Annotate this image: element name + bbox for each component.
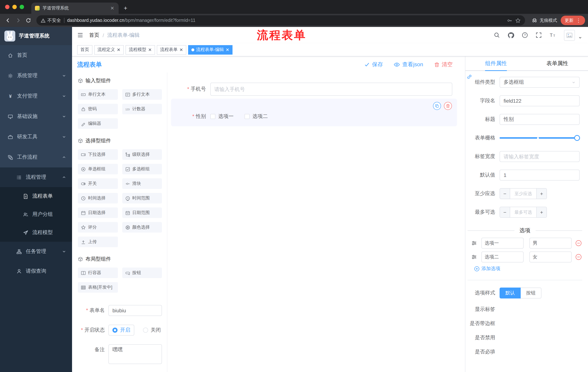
- browser-update-button[interactable]: 更新 ⋮: [561, 16, 585, 25]
- sidebar-item-system[interactable]: 系统管理: [0, 65, 72, 86]
- tag-process-form-edit[interactable]: 流程表单-编辑✕: [188, 45, 232, 54]
- avatar-caret-icon[interactable]: [578, 36, 582, 40]
- max-select-value[interactable]: 最多可选: [510, 207, 536, 217]
- option-1-label-input[interactable]: [481, 238, 524, 249]
- tag-close-icon[interactable]: ✕: [179, 47, 183, 52]
- browser-menu-icon[interactable]: ⋮: [576, 18, 581, 23]
- palette-item-time-picker[interactable]: 时间选择: [78, 193, 118, 203]
- tag-close-icon[interactable]: ✕: [148, 47, 152, 52]
- back-button[interactable]: [3, 15, 13, 25]
- gender-option-1-checkbox[interactable]: 选项一: [210, 113, 234, 120]
- status-on-radio[interactable]: 开启: [108, 325, 134, 336]
- new-tab-button[interactable]: +: [119, 2, 132, 14]
- add-option-button[interactable]: 添加选项: [474, 265, 582, 272]
- font-size-icon[interactable]: TT: [549, 32, 556, 38]
- remove-option-button[interactable]: [575, 254, 582, 260]
- browser-tab[interactable]: 芋道管理系统 ✕: [31, 2, 119, 14]
- field-gender-selected[interactable]: 性别 选项一 选项二: [171, 99, 457, 126]
- form-remark-textarea[interactable]: 嘿嘿: [108, 344, 162, 364]
- increase-button[interactable]: +: [536, 189, 546, 199]
- palette-item-date-range[interactable]: 日期范围: [122, 207, 162, 218]
- palette-item-counter[interactable]: 123 计数器: [122, 104, 162, 114]
- tag-home[interactable]: 首页: [77, 45, 92, 54]
- palette-item-row-container[interactable]: 行容器: [78, 267, 118, 278]
- clear-button[interactable]: 清空: [434, 61, 453, 68]
- title-input[interactable]: [500, 114, 580, 125]
- palette-item-multi-text[interactable]: 多行文本: [122, 89, 162, 100]
- minimize-window-button[interactable]: [12, 5, 17, 9]
- sidebar-item-dev-tools[interactable]: 研发工具: [0, 127, 72, 147]
- tag-close-icon[interactable]: ✕: [226, 47, 229, 52]
- sidebar-item-home[interactable]: 首页: [0, 45, 72, 65]
- decrease-button[interactable]: −: [500, 207, 510, 217]
- palette-item-password[interactable]: 密码: [78, 104, 118, 114]
- default-value-input[interactable]: [500, 170, 580, 181]
- palette-item-time-range[interactable]: 时间范围: [122, 193, 162, 203]
- copy-field-button[interactable]: [433, 102, 441, 110]
- tab-close-icon[interactable]: ✕: [110, 5, 115, 11]
- palette-item-select[interactable]: 下拉选择: [78, 149, 118, 160]
- option-style-default-button[interactable]: 默认: [500, 287, 521, 298]
- password-key-icon[interactable]: [507, 18, 512, 23]
- slider-handle[interactable]: [574, 135, 580, 141]
- help-icon[interactable]: ?: [522, 32, 528, 38]
- palette-item-rate[interactable]: 评分: [78, 222, 118, 233]
- palette-item-switch[interactable]: 开关: [78, 178, 118, 189]
- bookmark-star-icon[interactable]: [515, 18, 521, 23]
- sidebar-item-process-model[interactable]: 流程模型: [0, 223, 72, 242]
- option-style-button-button[interactable]: 按钮: [521, 287, 541, 298]
- fullscreen-icon[interactable]: [536, 32, 542, 38]
- sidebar-item-task-management[interactable]: 任务管理: [0, 242, 72, 261]
- delete-field-button[interactable]: [444, 102, 452, 110]
- tag-close-icon[interactable]: ✕: [117, 47, 120, 52]
- tab-component-props[interactable]: 组件属性: [465, 56, 527, 70]
- option-2-value-input[interactable]: [529, 252, 572, 262]
- breadcrumb-home[interactable]: 首页: [89, 32, 99, 38]
- palette-item-cascader[interactable]: 级联选择: [122, 149, 162, 160]
- tag-process-definition[interactable]: 流程定义✕: [94, 45, 124, 54]
- save-button[interactable]: 保存: [364, 61, 383, 68]
- remove-option-button[interactable]: [575, 240, 582, 246]
- decrease-button[interactable]: −: [500, 189, 510, 199]
- avatar[interactable]: [564, 30, 575, 41]
- sidebar-item-leave-query[interactable]: 请假查询: [0, 261, 72, 281]
- tab-form-props[interactable]: 表单属性: [527, 56, 588, 70]
- form-name-input[interactable]: [108, 305, 162, 316]
- palette-item-button[interactable]: 按钮: [122, 267, 162, 278]
- option-drag-handle-icon[interactable]: [471, 254, 477, 260]
- tag-process-model[interactable]: 流程模型✕: [126, 45, 155, 54]
- min-select-value[interactable]: 至少应选: [510, 189, 536, 199]
- search-icon[interactable]: [494, 32, 500, 38]
- field-name-input[interactable]: [500, 95, 580, 106]
- sidebar-item-process-form[interactable]: 流程表单: [0, 187, 72, 205]
- forward-button[interactable]: [13, 15, 23, 25]
- sidebar-item-user-groups[interactable]: 用户分组: [0, 205, 72, 223]
- field-phone[interactable]: 手机号: [167, 83, 465, 96]
- palette-item-single-text[interactable]: 单行文本: [78, 89, 118, 100]
- palette-item-checkbox-group[interactable]: 多选框组: [122, 164, 162, 174]
- sidebar-item-payment[interactable]: ¥ 支付管理: [0, 86, 72, 106]
- palette-item-upload[interactable]: 上传: [78, 237, 118, 247]
- phone-input[interactable]: [210, 83, 452, 96]
- grid-slider[interactable]: [500, 132, 580, 143]
- component-type-select[interactable]: 多选框组: [500, 77, 580, 88]
- palette-item-table[interactable]: 表格[开发中]: [78, 282, 118, 293]
- sidebar-item-infrastructure[interactable]: 基础设施: [0, 106, 72, 127]
- sidebar-item-workflow[interactable]: 工作流程: [0, 147, 72, 167]
- option-drag-handle-icon[interactable]: [471, 240, 477, 246]
- close-window-button[interactable]: [5, 5, 10, 9]
- gender-option-2-checkbox[interactable]: 选项二: [244, 113, 268, 120]
- status-off-radio[interactable]: 关闭: [143, 327, 161, 333]
- security-warning[interactable]: 不安全: [41, 17, 61, 23]
- maximize-window-button[interactable]: [20, 5, 24, 9]
- palette-item-radio-group[interactable]: 单选框组: [78, 164, 118, 174]
- reload-button[interactable]: [23, 15, 33, 25]
- palette-item-color-picker[interactable]: 颜色选择: [122, 222, 162, 233]
- sidebar-item-process-management[interactable]: 流程管理: [0, 167, 72, 187]
- option-2-label-input[interactable]: [481, 252, 524, 262]
- address-bar[interactable]: 不安全 dashboard.yudao.iocoder.cn/bpm/manag…: [36, 15, 525, 25]
- increase-button[interactable]: +: [536, 207, 546, 217]
- label-width-input[interactable]: [500, 151, 580, 162]
- tag-process-form[interactable]: 流程表单✕: [157, 45, 186, 54]
- palette-item-date-picker[interactable]: 日期选择: [78, 207, 118, 218]
